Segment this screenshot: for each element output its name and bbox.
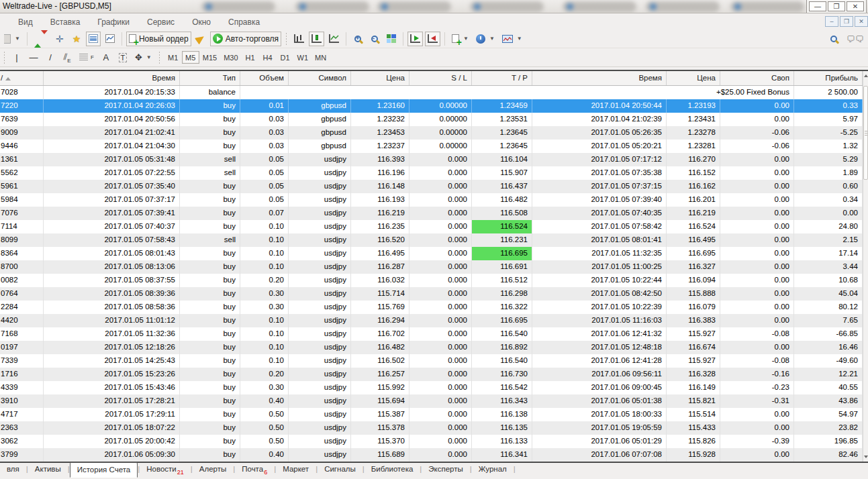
periods-button[interactable]: ▼ [473,32,497,46]
column-header-order[interactable]: / [0,71,44,85]
menu-item-вид[interactable]: Вид [9,15,42,29]
table-row[interactable]: 44202017.01.05 11:01:12buy0.10usdjpy116.… [0,314,863,327]
column-header[interactable]: T / P [472,71,532,85]
table-row[interactable]: 72202017.01.04 20:26:03buy0.01gbpusd1.23… [0,99,863,113]
market-watch-button[interactable] [32,32,50,46]
fibonacci-button[interactable]: F [77,50,97,65]
table-row[interactable]: 55622017.01.05 07:22:55sell0.05usdjpy116… [0,166,863,180]
menu-item-сервис[interactable]: Сервис [138,15,183,29]
strategy-tester-button[interactable] [103,32,117,46]
new-order-button[interactable]: Новый ордер [126,32,191,46]
table-row[interactable]: 13612017.01.05 05:31:48sell0.05usdjpy116… [0,153,863,166]
table-row[interactable]: 70762017.01.05 07:39:41buy0.07usdjpy116.… [0,207,863,220]
channel-button[interactable]: ⫽E [60,50,75,65]
column-header[interactable]: Символ [289,71,351,85]
table-row[interactable]: 71682017.01.05 11:32:36buy0.10usdjpy116.… [0,327,863,341]
indicators-button[interactable]: ▼ [449,32,471,46]
restore-button[interactable]: ❐ [828,1,845,11]
column-header[interactable]: Цена [667,71,720,85]
column-header[interactable]: Своп [720,71,794,85]
timeframe-m5-button[interactable]: M5 [182,51,199,64]
column-header[interactable]: Прибыль [794,71,863,85]
scrollbar-thumb[interactable] [863,86,868,180]
timeframe-mn-button[interactable]: MN [311,51,330,64]
text-button[interactable]: A [99,50,113,65]
column-header[interactable]: Тип [180,71,240,85]
autotrading-button[interactable]: Авто-торговля [210,32,281,46]
auto-scroll-button[interactable] [407,32,423,46]
bottom-tab-почта[interactable]: Почта6 [235,463,274,477]
bottom-tab-журнал[interactable]: Журнал [472,463,514,477]
child-close-button[interactable]: ✕ [855,16,868,27]
timeframe-h1-button[interactable]: H1 [242,51,259,64]
timeframe-d1-button[interactable]: D1 [277,51,294,64]
table-row[interactable]: 00822017.01.05 08:37:55buy0.20usdjpy116.… [0,274,863,287]
arrows-button[interactable]: ✥▼ [132,50,154,65]
table-row[interactable]: 70282017.01.04 20:15:33balance+$25.00 Fi… [0,86,863,99]
timeframe-h4-button[interactable]: H4 [259,51,277,64]
bottom-tab-эксперты[interactable]: Эксперты [422,463,469,477]
timeframe-m30-button[interactable]: M30 [220,51,241,64]
bar-chart-button[interactable] [291,32,307,46]
table-row[interactable]: 73392017.01.05 14:25:43buy0.10usdjpy116.… [0,354,863,368]
zoom-out-button[interactable]: - [367,32,382,46]
vertical-scrollbar[interactable] [863,71,868,462]
column-header[interactable]: Время [532,71,667,85]
bottom-tab-алерты[interactable]: Алерты [193,463,233,477]
close-button[interactable]: ✕ [847,1,864,11]
megaphone-button[interactable] [193,32,208,46]
table-row[interactable]: 17162017.01.05 15:23:26buy0.20usdjpy116.… [0,368,863,381]
table-row[interactable]: 47172017.01.05 17:29:11buy0.50usdjpy115.… [0,408,863,421]
navigator-button[interactable]: ★ [69,32,84,46]
table-row[interactable]: 83642017.01.05 08:01:43buy0.10usdjpy116.… [0,247,863,260]
bottom-tab-активы[interactable]: Активы [28,463,68,477]
text-label-button[interactable]: T [115,50,130,65]
table-row[interactable]: 71142017.01.05 07:40:37buy0.10usdjpy116.… [0,220,863,233]
minimize-button[interactable]: — [809,1,826,11]
table-row[interactable]: 37992017.01.06 05:09:30buy0.40usdjpy115.… [0,448,863,462]
line-chart-button[interactable] [326,32,342,46]
timeframe-w1-button[interactable]: W1 [294,51,312,64]
table-row[interactable]: 59612017.01.05 07:35:40buy0.05usdjpy116.… [0,180,863,193]
timeframe-m1-button[interactable]: M1 [164,51,182,64]
bottom-tab-сигналы[interactable]: Сигналы [318,463,363,477]
vertical-line-button[interactable]: | [9,50,24,65]
table-row[interactable]: 90092017.01.04 21:02:41buy0.03gbpusd1.23… [0,126,863,140]
table-row[interactable]: 07642017.01.05 08:39:36buy0.30usdjpy115.… [0,287,863,301]
bottom-tab-новости[interactable]: Новости21 [140,463,191,477]
column-header[interactable]: Цена [351,71,409,85]
child-restore-button[interactable]: ❐ [840,16,853,27]
chat-icon[interactable]: 🗩🗨 [847,34,864,44]
search-icon[interactable] [830,36,837,42]
terminal-button[interactable] [86,32,101,46]
column-header[interactable]: Время [44,71,180,85]
menu-item-вставка[interactable]: Вставка [42,15,89,29]
bottom-tab-библиотека[interactable]: Библиотека [365,463,420,477]
horizontal-line-button[interactable]: — [26,50,41,65]
table-row[interactable]: 59842017.01.05 07:37:17buy0.05usdjpy116.… [0,193,863,207]
menu-item-окно[interactable]: Окно [183,15,220,29]
scroll-down-button[interactable] [863,452,868,462]
column-header[interactable]: S / L [409,71,472,85]
menu-item-справка[interactable]: Справка [220,15,269,29]
table-row[interactable]: 87002017.01.05 08:13:06buy0.10usdjpy116.… [0,260,863,274]
menu-item-графики[interactable]: Графики [89,15,138,29]
bottom-tab-вля[interactable]: вля [0,463,26,477]
table-row[interactable]: 30622017.01.05 20:00:42buy0.50usdjpy115.… [0,435,863,448]
chart-shift-button[interactable] [425,32,440,46]
child-minimize-button[interactable]: – [825,16,838,27]
bottom-tab-маркет[interactable]: Маркет [276,463,316,477]
table-row[interactable]: 80992017.01.05 07:58:43sell0.10usdjpy116… [0,233,863,247]
table-row[interactable]: 76392017.01.04 20:50:56buy0.03gbpusd1.23… [0,113,863,126]
bottom-tab-история-счета[interactable]: История Счета [70,462,138,478]
tile-windows-button[interactable] [384,32,399,46]
table-row[interactable]: 01972017.01.05 12:18:26buy0.10usdjpy116.… [0,341,863,354]
zoom-in-button[interactable]: + [350,32,365,46]
templates-button[interactable]: ▼ [499,32,525,46]
scroll-up-button[interactable] [863,71,868,81]
table-row[interactable]: 94462017.01.04 21:04:30buy0.03gbpusd1.23… [0,140,863,153]
column-header[interactable]: Объем [240,71,289,85]
new-chart-button[interactable]: ▼ [1,32,23,46]
table-row[interactable]: 39102017.01.05 17:28:21buy0.40usdjpy115.… [0,394,863,408]
table-row[interactable]: 43392017.01.05 15:43:46buy0.30usdjpy115.… [0,381,863,394]
